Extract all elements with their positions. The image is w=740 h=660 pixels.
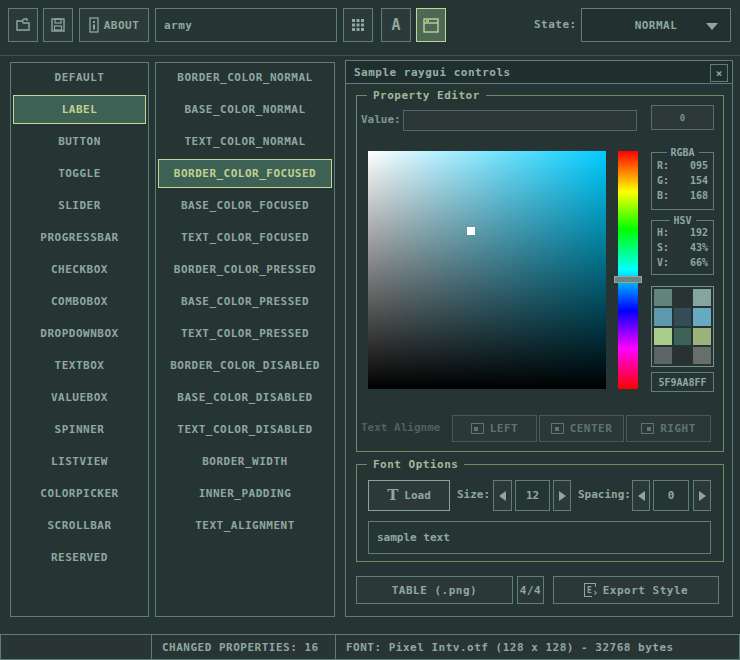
load-font-button[interactable]: T Load xyxy=(368,480,450,511)
property-item-text-color-normal[interactable]: TEXT_COLOR_NORMAL xyxy=(158,127,332,156)
size-increase-button[interactable] xyxy=(553,480,571,511)
sidebar-item-default[interactable]: DEFAULT xyxy=(13,63,146,92)
color-picker-panel[interactable] xyxy=(368,151,606,389)
about-button[interactable]: ABOUT xyxy=(79,8,149,42)
about-button-label: ABOUT xyxy=(104,19,140,32)
sidebar-item-reserved[interactable]: RESERVED xyxy=(13,543,146,572)
property-item-border-width[interactable]: BORDER_WIDTH xyxy=(158,447,332,476)
property-item-border-color-pressed[interactable]: BORDER_COLOR_PRESSED xyxy=(158,255,332,284)
font-t-icon: T xyxy=(387,488,398,503)
sidebar-item-slider[interactable]: SLIDER xyxy=(13,191,146,220)
font-a-icon: A xyxy=(391,16,400,34)
property-item-border-color-focused[interactable]: BORDER_COLOR_FOCUSED xyxy=(158,159,332,188)
save-file-button[interactable] xyxy=(43,8,73,42)
sidebar-item-button[interactable]: BUTTON xyxy=(13,127,146,156)
statusbar-changed-properties: CHANGED PROPERTIES: 16 xyxy=(151,634,336,660)
property-item-text-color-pressed[interactable]: TEXT_COLOR_PRESSED xyxy=(158,319,332,348)
property-item-base-color-disabled[interactable]: BASE_COLOR_DISABLED xyxy=(158,383,332,412)
spacing-value: 0 xyxy=(668,489,675,502)
sidebar-item-dropdownbox[interactable]: DROPDOWNBOX xyxy=(13,319,146,348)
property-item-base-color-normal[interactable]: BASE_COLOR_NORMAL xyxy=(158,95,332,124)
hsv-row-v: V:66% xyxy=(652,255,713,270)
hsv-row-h: H:192 xyxy=(652,225,713,240)
sidebar-item-toggle[interactable]: TOGGLE xyxy=(13,159,146,188)
hex-value-box[interactable]: 5F9AA8FF xyxy=(651,372,714,392)
font-mode-button[interactable]: A xyxy=(381,8,411,42)
controls-list-panel: DEFAULTLABELBUTTONTOGGLESLIDERPROGRESSBA… xyxy=(10,62,149,617)
sidebar-item-colorpicker[interactable]: COLORPICKER xyxy=(13,479,146,508)
state-label: State: xyxy=(534,8,577,42)
align-center-icon xyxy=(551,423,564,434)
color-swatch-10[interactable] xyxy=(674,347,692,364)
sidebar-item-checkbox[interactable]: CHECKBOX xyxy=(13,255,146,284)
color-swatch-4[interactable] xyxy=(674,308,692,325)
sidebar-item-combobox[interactable]: COMBOBOX xyxy=(13,287,146,316)
arrow-right-icon xyxy=(559,491,566,501)
property-item-base-color-focused[interactable]: BASE_COLOR_FOCUSED xyxy=(158,191,332,220)
align-left-button[interactable]: LEFT xyxy=(452,415,537,442)
color-swatch-7[interactable] xyxy=(674,328,692,345)
sidebar-item-listview[interactable]: LISTVIEW xyxy=(13,447,146,476)
value-input[interactable] xyxy=(403,110,637,131)
color-swatch-8[interactable] xyxy=(693,328,711,345)
property-item-base-color-pressed[interactable]: BASE_COLOR_PRESSED xyxy=(158,287,332,316)
sample-window-body: Property Editor Value: 0 RGBA R:095 xyxy=(345,84,733,617)
color-swatch-5[interactable] xyxy=(693,308,711,325)
hue-slider-handle[interactable] xyxy=(614,276,642,283)
value-box-button[interactable]: 0 xyxy=(651,105,714,130)
spacing-value-box[interactable]: 0 xyxy=(653,480,689,511)
property-item-text-color-disabled[interactable]: TEXT_COLOR_DISABLED xyxy=(158,415,332,444)
sidebar-item-spinner[interactable]: SPINNER xyxy=(13,415,146,444)
color-swatch-3[interactable] xyxy=(654,308,672,325)
sidebar-item-valuebox[interactable]: VALUEBOX xyxy=(13,383,146,412)
sample-text-box[interactable]: sample text xyxy=(368,521,711,554)
property-editor-group-label: Property Editor xyxy=(367,89,486,102)
sample-window-titlebar[interactable]: Sample raygui controls × xyxy=(345,60,733,84)
hue-bar[interactable] xyxy=(618,151,638,389)
size-value-box[interactable]: 12 xyxy=(515,480,550,511)
color-picker-cursor[interactable] xyxy=(467,227,475,235)
state-dropdown[interactable]: NORMAL xyxy=(581,8,731,42)
color-swatch-2[interactable] xyxy=(693,289,711,306)
color-swatch-6[interactable] xyxy=(654,328,672,345)
align-center-button[interactable]: CENTER xyxy=(539,415,624,442)
sample-window-title: Sample raygui controls xyxy=(354,66,511,79)
sidebar-item-scrollbar[interactable]: SCROLLBAR xyxy=(13,511,146,540)
font-options-group-label: Font Options xyxy=(367,458,464,471)
close-icon: × xyxy=(716,67,723,80)
property-item-text-color-focused[interactable]: TEXT_COLOR_FOCUSED xyxy=(158,223,332,252)
property-editor-group: Property Editor Value: 0 RGBA R:095 xyxy=(356,95,724,452)
window-mode-button[interactable] xyxy=(416,8,446,42)
export-icon: E xyxy=(584,583,596,597)
grid-mode-button[interactable] xyxy=(343,8,373,42)
rgba-row-r: R:095 xyxy=(652,158,713,173)
property-item-inner-padding[interactable]: INNER_PADDING xyxy=(158,479,332,508)
color-swatch-9[interactable] xyxy=(654,347,672,364)
property-item-text-alignment[interactable]: TEXT_ALIGNMENT xyxy=(158,511,332,540)
sidebar-item-textbox[interactable]: TEXTBOX xyxy=(13,351,146,380)
align-right-label: RIGHT xyxy=(660,422,696,435)
sidebar-item-progressbar[interactable]: PROGRESSBAR xyxy=(13,223,146,252)
close-button[interactable]: × xyxy=(710,64,728,82)
spacing-increase-button[interactable] xyxy=(693,480,711,511)
folder-icon xyxy=(15,17,31,33)
open-file-button[interactable] xyxy=(8,8,38,42)
export-style-label: Export Style xyxy=(603,584,688,597)
color-swatch-11[interactable] xyxy=(693,347,711,364)
arrow-left-icon xyxy=(638,491,645,501)
export-style-button[interactable]: E Export Style xyxy=(553,576,719,604)
size-decrease-button[interactable] xyxy=(493,480,512,511)
align-right-button[interactable]: RIGHT xyxy=(626,415,711,442)
color-swatch-0[interactable] xyxy=(654,289,672,306)
export-table-button[interactable]: TABLE (.png) xyxy=(356,576,513,604)
font-options-group: Font Options T Load Size: 12 Spacing: xyxy=(356,464,724,562)
color-swatch-1[interactable] xyxy=(674,289,692,306)
align-left-icon xyxy=(471,423,484,434)
style-name-input[interactable] xyxy=(155,8,337,42)
load-font-label: Load xyxy=(404,489,431,502)
spacing-decrease-button[interactable] xyxy=(632,480,650,511)
property-item-border-color-disabled[interactable]: BORDER_COLOR_DISABLED xyxy=(158,351,332,380)
sidebar-item-label[interactable]: LABEL xyxy=(13,95,146,124)
table-count-box[interactable]: 4/4 xyxy=(517,576,544,604)
property-item-border-color-normal[interactable]: BORDER_COLOR_NORMAL xyxy=(158,63,332,92)
